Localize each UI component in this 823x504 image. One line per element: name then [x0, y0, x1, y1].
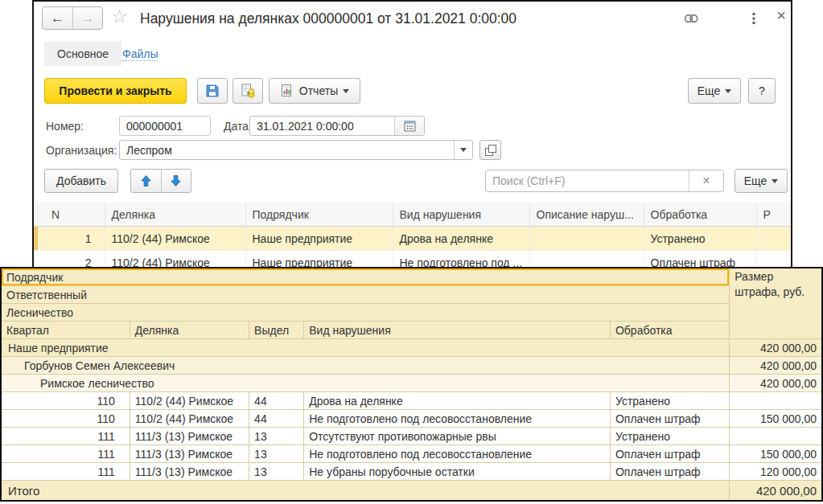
- cell-amount[interactable]: 150 000,00: [730, 445, 822, 463]
- cell-kvartal[interactable]: 110: [1, 392, 130, 410]
- table-row[interactable]: 1110/2 (44) РимскоеНаше предприятиеДрова…: [34, 227, 791, 251]
- get-link-icon[interactable]: [682, 11, 700, 26]
- violations-report[interactable]: Подрядчик Размер штрафа, руб. Ответствен…: [0, 267, 823, 502]
- report-detail-row[interactable]: 111111/3 (13) Римское13Не убраны порубоч…: [1, 463, 822, 481]
- cell-violation[interactable]: Дрова на делянке: [304, 392, 611, 410]
- report-detail-row[interactable]: 110110/2 (44) Римское44Не подготовлено п…: [1, 410, 822, 428]
- cell-amount[interactable]: [730, 392, 822, 410]
- cell-delyanka[interactable]: 111/3 (13) Римское: [130, 428, 249, 445]
- favorite-star-icon[interactable]: ☆: [111, 7, 128, 26]
- help-button[interactable]: ?: [748, 78, 776, 104]
- grid-cell-contractor[interactable]: Наше предприятие: [245, 227, 393, 251]
- cell-delyanka[interactable]: 110/2 (44) Римское: [130, 410, 249, 428]
- col-description[interactable]: Описание наруш...: [529, 203, 644, 227]
- back-button[interactable]: ←: [43, 7, 73, 29]
- organization-dropdown-button[interactable]: [454, 141, 472, 159]
- number-field[interactable]: 000000001: [119, 116, 211, 136]
- more-menu-icon[interactable]: [745, 11, 763, 26]
- cell-kvartal[interactable]: 110: [1, 410, 130, 428]
- cell-delyanka[interactable]: 111/3 (13) Римское: [130, 463, 249, 481]
- cell-violation[interactable]: Не подготовлено под лесовосстановление: [304, 410, 611, 428]
- cell-kvartal[interactable]: 111: [1, 445, 130, 463]
- grid-cell-extra[interactable]: [756, 227, 791, 251]
- cell-amount[interactable]: [730, 428, 822, 445]
- post-and-close-button[interactable]: Провести и закрыть: [44, 78, 187, 104]
- tab-main[interactable]: Основное: [44, 42, 121, 66]
- report-detail-row[interactable]: 111111/3 (13) Римское13Не подготовлено п…: [1, 445, 822, 463]
- cell-kvartal[interactable]: 111: [1, 463, 130, 481]
- group-amount[interactable]: 420 000,00: [730, 357, 822, 375]
- col-kvartal[interactable]: Квартал: [1, 322, 130, 339]
- group-label[interactable]: Римское лесничество: [1, 375, 730, 392]
- report-detail-row[interactable]: 110110/2 (44) Римское44Дрова на делянкеУ…: [1, 392, 822, 410]
- close-icon[interactable]: ×: [772, 8, 790, 23]
- report-detail-row[interactable]: 111111/3 (13) Римское13Отсутствуют проти…: [1, 428, 822, 445]
- col-delyanka[interactable]: Делянка: [130, 322, 249, 339]
- cell-delyanka[interactable]: 111/3 (13) Римское: [130, 445, 249, 463]
- cell-kvartal[interactable]: 111: [1, 428, 130, 445]
- header-forestry[interactable]: Лесничество: [1, 304, 730, 322]
- violations-grid[interactable]: N Делянка Подрядчик Вид нарушения Описан…: [34, 203, 792, 273]
- cell-vydel[interactable]: 44: [249, 392, 304, 410]
- col-handling[interactable]: Обработка: [644, 203, 756, 227]
- grid-cell-handling[interactable]: Устранено: [644, 227, 756, 251]
- cell-violation[interactable]: Не подготовлено под лесовосстановление: [304, 445, 611, 463]
- cell-vydel[interactable]: 13: [249, 445, 304, 463]
- col-vydel[interactable]: Выдел: [249, 322, 304, 339]
- col-fine[interactable]: Р: [756, 203, 791, 227]
- cell-handling[interactable]: Устранено: [610, 428, 729, 445]
- total-label[interactable]: Итого: [1, 481, 730, 502]
- reports-button[interactable]: Отчеты: [269, 78, 360, 104]
- group-label[interactable]: Горбунов Семен Алексеевич: [1, 357, 730, 375]
- col-violation-type[interactable]: Вид нарушения: [304, 322, 611, 339]
- date-field[interactable]: 31.01.2021 0:00:00: [249, 116, 425, 136]
- calendar-picker-button[interactable]: [394, 117, 424, 135]
- grid-cell-violation[interactable]: Дрова на делянке: [393, 227, 529, 251]
- cell-vydel[interactable]: 44: [249, 410, 304, 428]
- organization-open-button[interactable]: [479, 140, 501, 160]
- tab-files[interactable]: Файлы: [122, 42, 158, 66]
- cell-handling[interactable]: Оплачен штраф: [610, 410, 729, 428]
- cell-amount[interactable]: 120 000,00: [730, 463, 822, 481]
- report-total-row[interactable]: Итого420 000,00: [1, 481, 822, 502]
- group-label[interactable]: Наше предприятие: [1, 339, 730, 357]
- cell-violation[interactable]: Отсутствуют противопожарные рвы: [304, 428, 611, 445]
- dropdown-arrow-icon: [772, 179, 778, 183]
- col-violation[interactable]: Вид нарушения: [393, 203, 529, 227]
- report-group-row[interactable]: Римское лесничество420 000,00: [1, 375, 822, 392]
- header-contractor[interactable]: Подрядчик: [1, 268, 730, 286]
- col-handling[interactable]: Обработка: [610, 322, 729, 339]
- col-contractor[interactable]: Подрядчик: [245, 203, 393, 227]
- report-group-row[interactable]: Наше предприятие420 000,00: [1, 339, 822, 357]
- post-document-button[interactable]: [232, 78, 263, 104]
- organization-field[interactable]: Леспром: [119, 140, 473, 160]
- cell-handling[interactable]: Оплачен штраф: [610, 463, 729, 481]
- group-amount[interactable]: 420 000,00: [730, 339, 822, 357]
- more-actions-button[interactable]: Еще: [688, 78, 741, 104]
- grid-cell-description[interactable]: [529, 227, 644, 251]
- cell-handling[interactable]: Устранено: [610, 392, 729, 410]
- search-clear-button[interactable]: ×: [689, 170, 723, 191]
- cell-vydel[interactable]: 13: [249, 463, 304, 481]
- search-input[interactable]: [486, 174, 689, 187]
- forward-button[interactable]: →: [73, 7, 103, 29]
- grid-cell-n[interactable]: 1: [34, 227, 105, 251]
- grid-cell-plot[interactable]: 110/2 (44) Римское: [105, 227, 245, 251]
- save-button[interactable]: [197, 78, 228, 104]
- move-up-button[interactable]: [131, 170, 162, 192]
- cell-handling[interactable]: Оплачен штраф: [610, 445, 729, 463]
- add-row-button[interactable]: Добавить: [44, 169, 118, 193]
- total-amount[interactable]: 420 000,00: [730, 481, 822, 502]
- cell-violation[interactable]: Не убраны порубочные остатки: [304, 463, 611, 481]
- cell-amount[interactable]: 150 000,00: [730, 410, 822, 428]
- cell-vydel[interactable]: 13: [249, 428, 304, 445]
- cell-delyanka[interactable]: 110/2 (44) Римское: [130, 392, 249, 410]
- col-n[interactable]: N: [34, 203, 105, 227]
- table-more-button[interactable]: Еще: [735, 169, 788, 193]
- move-down-button[interactable]: [162, 170, 191, 192]
- header-fine-amount[interactable]: Размер штрафа, руб.: [730, 268, 822, 339]
- group-amount[interactable]: 420 000,00: [730, 375, 822, 392]
- report-group-row[interactable]: Горбунов Семен Алексеевич420 000,00: [1, 357, 822, 375]
- header-responsible[interactable]: Ответственный: [1, 286, 730, 304]
- col-plot[interactable]: Делянка: [105, 203, 245, 227]
